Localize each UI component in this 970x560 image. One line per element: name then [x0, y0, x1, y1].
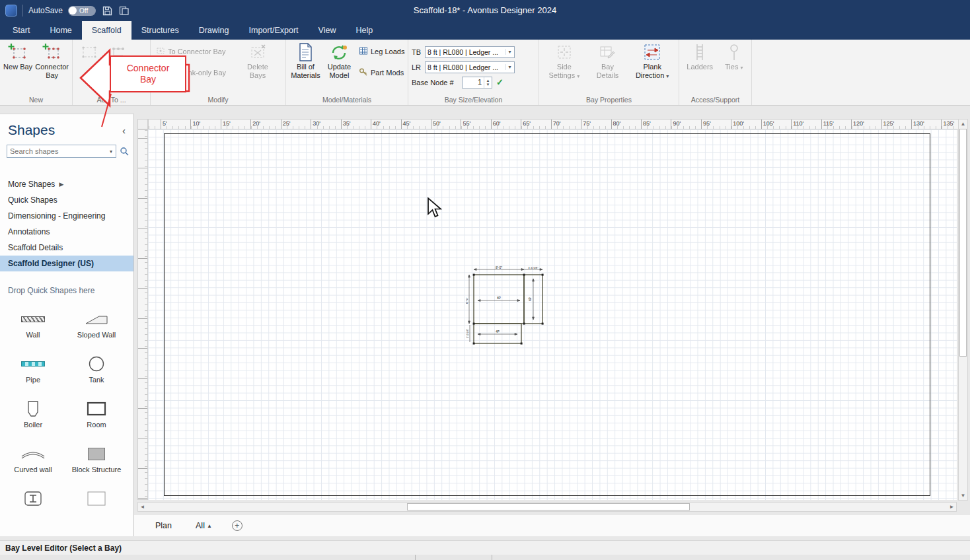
shape-plain-rect[interactable] — [65, 484, 128, 529]
horizontal-scroll-thumb[interactable] — [407, 503, 690, 510]
svg-text:4P: 4P — [529, 297, 532, 301]
tab-start[interactable]: Start — [3, 21, 40, 40]
connector-bay-icon — [42, 43, 62, 61]
scroll-down-button[interactable]: ▼ — [959, 491, 967, 500]
autosave-toggle[interactable]: Off — [68, 6, 96, 16]
add-to-run-button[interactable] — [105, 42, 131, 61]
ruler-label: 120' — [851, 120, 881, 129]
category-scaffold-details[interactable]: Scaffold Details — [0, 240, 133, 256]
shape-pipe[interactable]: Pipe — [1, 349, 65, 394]
ruler-label: 65' — [138, 258, 147, 288]
side-settings-button[interactable]: Side Settings ▾ — [546, 42, 583, 80]
svg-text:4P: 4P — [496, 330, 500, 333]
collapse-panel-button[interactable]: ‹ — [122, 125, 126, 136]
shape-tank[interactable]: Tank — [65, 349, 128, 394]
add-to-run-icon — [110, 43, 127, 61]
ruler-label: 30' — [311, 120, 340, 129]
ties-icon — [726, 43, 742, 61]
tab-scaffold[interactable]: Scaffold — [82, 21, 131, 40]
tab-drawing[interactable]: Drawing — [189, 21, 239, 40]
bill-of-materials-button[interactable]: Bill of Materials — [289, 42, 322, 80]
shape-room[interactable]: Room — [65, 394, 128, 439]
add-sheet-button[interactable]: + — [232, 520, 243, 531]
bay-details-button[interactable]: Bay Details — [591, 42, 623, 80]
shape-footing[interactable] — [1, 484, 65, 529]
to-connector-bay-button[interactable]: To Connector Bay — [154, 45, 240, 58]
vertical-scroll-thumb[interactable] — [959, 129, 967, 357]
ruler-label: 25' — [281, 120, 311, 129]
tank-icon — [88, 355, 105, 373]
scroll-left-button[interactable]: ◄ — [138, 503, 147, 511]
category-more-shapes[interactable]: More Shapes▶ — [0, 176, 133, 192]
group-label-model-materials: Model/Materials — [286, 95, 408, 105]
tab-import-export[interactable]: Import/Export — [239, 21, 309, 40]
connector-bay-button[interactable]: Connector Bay — [35, 42, 69, 80]
spinner-arrows[interactable]: ▲▼ — [484, 77, 492, 88]
delete-bays-button[interactable]: Delete Bays — [243, 42, 273, 80]
vertical-scrollbar[interactable]: ▲ ▼ — [958, 119, 968, 501]
shape-curved-wall[interactable]: Curved wall — [1, 439, 65, 484]
ribbon-group-modify: To Connector Bay To Plank-only Bay Delet… — [151, 40, 286, 105]
category-dimensioning[interactable]: Dimensioning - Engineering — [0, 208, 133, 224]
plank-direction-button[interactable]: Plank Direction ▾ — [632, 42, 672, 80]
ruler-label: 95' — [701, 120, 731, 129]
ruler-label: 45' — [138, 378, 147, 408]
status-bar: Bay Level Editor (Select a Bay) — [0, 540, 970, 555]
ruler-label: 110' — [791, 120, 821, 129]
ruler-label: 25' — [138, 498, 147, 500]
leg-loads-button[interactable]: Leg Loads — [357, 45, 404, 58]
svg-text:3'-6 5/8": 3'-6 5/8" — [528, 266, 539, 269]
search-icon[interactable] — [120, 145, 129, 158]
search-shapes-input[interactable] — [7, 147, 106, 155]
tab-home[interactable]: Home — [40, 21, 81, 40]
scaffold-plan-drawing[interactable]: 8'-0" 3'-6 5/8" 8'-0" 3'-0 5/8" 8P 4P 4P — [466, 264, 550, 351]
category-annotations[interactable]: Annotations — [0, 224, 133, 240]
base-node-label: Base Node # — [412, 79, 459, 87]
ladders-button[interactable]: Ladders — [685, 42, 715, 71]
horizontal-scrollbar[interactable]: ◄ ► — [137, 502, 957, 512]
to-plank-only-bay-button[interactable]: To Plank-only Bay — [154, 66, 240, 79]
svg-text:8'-0": 8'-0" — [496, 265, 502, 269]
save-icon[interactable] — [101, 5, 113, 17]
apply-check-icon[interactable]: ✓ — [496, 77, 504, 87]
shape-boiler[interactable]: Boiler — [1, 394, 65, 439]
save-as-icon[interactable] — [118, 5, 130, 17]
group-label-bay-properties: Bay Properties — [539, 95, 679, 105]
search-shapes-box[interactable]: ▾ — [7, 145, 116, 158]
status-text: Bay Level Editor (Select a Bay) — [5, 543, 122, 553]
shape-block-structure[interactable]: Block Structure — [65, 439, 128, 484]
drawing-canvas[interactable]: 8'-0" 3'-6 5/8" 8'-0" 3'-0 5/8" 8P 4P 4P — [148, 129, 957, 500]
app-icon[interactable] — [5, 5, 17, 17]
add-to-bay-button[interactable] — [76, 42, 102, 61]
ruler-label: 30' — [138, 468, 147, 498]
new-bay-button[interactable]: New Bay — [3, 42, 32, 71]
scroll-right-button[interactable]: ► — [948, 503, 956, 511]
tab-help[interactable]: Help — [346, 21, 383, 40]
update-model-button[interactable]: Update Model — [324, 42, 354, 80]
ties-button[interactable]: Ties ▾ — [722, 42, 746, 71]
tb-ledger-select[interactable]: 8 ft | RL080 | Ledger ... ▾ — [425, 46, 515, 58]
shape-sloped-wall[interactable]: Sloped Wall — [65, 304, 128, 349]
ruler-label: 45' — [401, 120, 431, 129]
ruler-label: 100' — [731, 120, 761, 129]
sheet-bar: Plan All ▲ + — [134, 515, 970, 536]
tab-view[interactable]: View — [309, 21, 346, 40]
base-node-input[interactable]: 1 ▲▼ — [462, 77, 492, 88]
category-quick-shapes[interactable]: Quick Shapes — [0, 192, 133, 208]
part-mods-button[interactable]: Part Mods — [357, 66, 404, 79]
plan-view-tab[interactable]: Plan — [155, 521, 172, 530]
divider — [22, 5, 23, 17]
scroll-up-button[interactable]: ▲ — [959, 120, 967, 128]
chevron-down-icon[interactable]: ▾ — [106, 149, 116, 155]
plank-direction-icon — [642, 43, 662, 61]
ruler-label: 15' — [221, 120, 250, 129]
lr-label: LR — [412, 63, 422, 71]
chevron-down-icon: ▾ — [577, 73, 579, 79]
all-sheets-dropdown[interactable]: All ▲ — [196, 521, 212, 530]
shape-wall[interactable]: Wall — [1, 304, 65, 349]
tab-structures[interactable]: Structures — [131, 21, 189, 40]
ribbon-group-model-materials: Bill of Materials Update Model Leg Loads — [286, 40, 408, 105]
lr-ledger-select[interactable]: 8 ft | RL080 | Ledger ... ▾ — [425, 61, 515, 73]
to-plank-only-bay-icon — [156, 67, 165, 78]
category-scaffold-designer-us[interactable]: Scaffold Designer (US) — [0, 256, 133, 271]
